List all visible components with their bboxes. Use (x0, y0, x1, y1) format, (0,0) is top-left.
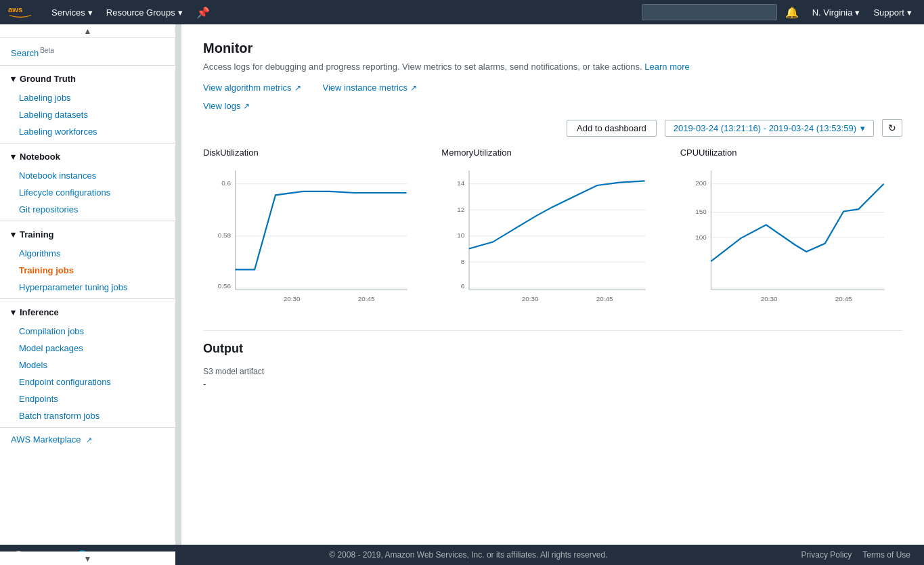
pin-nav[interactable]: 📌 (190, 0, 217, 24)
sidebar-item-algorithms[interactable]: Algorithms (0, 245, 175, 262)
date-range-label: 2019-03-24 (13:21:16) - 2019-03-24 (13:5… (674, 123, 856, 133)
training-section[interactable]: ▾ Training (0, 224, 175, 245)
svg-text:0.6: 0.6 (221, 179, 231, 187)
svg-text:20:45: 20:45 (596, 295, 613, 302)
privacy-link[interactable]: Privacy Policy (801, 550, 852, 560)
algorithms-label: Algorithms (19, 248, 60, 258)
main-content: Monitor Access logs for debugging and pr… (181, 24, 924, 565)
aws-logo[interactable]: aws (7, 3, 34, 21)
account-menu[interactable]: N. Virginia ▾ (807, 7, 866, 18)
sidebar-item-training-jobs[interactable]: Training jobs (0, 262, 175, 279)
sidebar-item-models[interactable]: Models (0, 357, 175, 374)
sidebar-item-git-repositories[interactable]: Git repositories (0, 201, 175, 218)
monitor-description: Access logs for debugging and progress r… (203, 62, 902, 72)
s3-artifact-label: S3 model artifact (203, 367, 902, 376)
search-label: Search (11, 48, 39, 58)
sidebar-scroll-up-button[interactable]: ▲ (0, 24, 175, 38)
services-chevron-icon: ▾ (88, 7, 93, 18)
date-range-chevron-icon: ▾ (860, 123, 865, 133)
global-search-input[interactable] (642, 4, 777, 20)
footer-right: Privacy Policy Terms of Use (801, 550, 910, 560)
refresh-button[interactable]: ↻ (882, 119, 902, 137)
sidebar-item-batch-transform-jobs[interactable]: Batch transform jobs (0, 407, 175, 424)
view-instance-metrics-link[interactable]: View instance metrics ↗ (323, 83, 417, 93)
sidebar-item-endpoint-configurations[interactable]: Endpoint configurations (0, 374, 175, 390)
svg-text:0.56: 0.56 (218, 282, 232, 290)
compilation-jobs-label: Compilation jobs (19, 326, 84, 336)
sidebar-item-hyperparameter-tuning-jobs[interactable]: Hyperparameter tuning jobs (0, 279, 175, 296)
notebook-instances-label: Notebook instances (19, 171, 96, 181)
terms-link[interactable]: Terms of Use (862, 550, 910, 560)
resource-groups-nav[interactable]: Resource Groups ▾ (100, 0, 190, 24)
svg-text:6: 6 (461, 282, 465, 290)
batch-transform-jobs-label: Batch transform jobs (19, 411, 100, 421)
right-nav: 🔔 N. Virginia ▾ Support ▾ (642, 4, 917, 20)
sidebar-divider-5 (0, 427, 175, 428)
algorithm-metrics-ext-icon: ↗ (294, 83, 301, 93)
view-algorithm-metrics-link[interactable]: View algorithm metrics ↗ (203, 83, 301, 93)
notifications-bell-icon[interactable]: 🔔 (780, 6, 804, 19)
logs-ext-icon: ↗ (243, 101, 250, 111)
view-logs-link[interactable]: View logs ↗ (203, 101, 250, 111)
disk-chart-label: DiskUtilization (203, 148, 425, 158)
charts-grid: DiskUtilization 0.6 0.58 0.56 (203, 148, 902, 314)
sidebar-resize-handle[interactable] (176, 24, 181, 565)
sidebar-scroll: ▲ Dashboard SearchBeta ▾ Ground Truth La… (0, 24, 175, 476)
sidebar-item-labeling-workforces[interactable]: Labeling workforces (0, 123, 175, 140)
top-nav: aws Services ▾ Resource Groups ▾ 📌 🔔 N. … (0, 0, 924, 24)
beta-badge: Beta (40, 47, 54, 54)
aws-marketplace-label: AWS Marketplace (11, 434, 81, 445)
support-chevron-icon: ▾ (907, 7, 912, 18)
support-menu[interactable]: Support ▾ (868, 7, 917, 18)
ground-truth-section[interactable]: ▾ Ground Truth (0, 68, 175, 89)
learn-more-link[interactable]: Learn more (644, 62, 689, 72)
svg-text:20:30: 20:30 (522, 295, 539, 302)
sidebar-item-endpoints[interactable]: Endpoints (0, 390, 175, 407)
labeling-datasets-label: Labeling datasets (19, 110, 88, 120)
cpu-utilization-chart: CPUUtilization 200 150 100 (680, 148, 902, 314)
hyperparameter-tuning-label: Hyperparameter tuning jobs (19, 282, 127, 292)
cpu-chart-svg: 200 150 100 20:30 20:4 (680, 163, 902, 312)
sidebar-item-notebook-instances[interactable]: Notebook instances (0, 167, 175, 184)
git-repositories-label: Git repositories (19, 204, 78, 214)
monitor-links-2: View logs ↗ (203, 101, 902, 111)
svg-text:10: 10 (458, 231, 466, 239)
inference-section[interactable]: ▾ Inference (0, 302, 175, 323)
sidebar-divider-1 (0, 65, 175, 66)
services-nav[interactable]: Services ▾ (45, 0, 100, 24)
svg-text:0.58: 0.58 (218, 231, 232, 239)
view-algorithm-metrics-label: View algorithm metrics (203, 83, 292, 93)
sidebar-item-compilation-jobs[interactable]: Compilation jobs (0, 323, 175, 340)
sidebar: ▲ Dashboard SearchBeta ▾ Ground Truth La… (0, 24, 176, 565)
notebook-section[interactable]: ▾ Notebook (0, 146, 175, 167)
content-inner: Monitor Access logs for debugging and pr… (181, 24, 924, 405)
memory-chart-svg: 14 12 10 8 6 (441, 163, 663, 312)
disk-chart-svg: 0.6 0.58 0.56 (203, 163, 425, 312)
resource-groups-chevron-icon: ▾ (178, 7, 183, 18)
lifecycle-configurations-label: Lifecycle configurations (19, 187, 110, 198)
sidebar-item-model-packages[interactable]: Model packages (0, 340, 175, 357)
output-title: Output (203, 342, 902, 356)
aws-marketplace-ext-icon: ↗ (86, 436, 92, 444)
sidebar-scroll-down-button[interactable]: ▼ (0, 551, 175, 565)
date-range-button[interactable]: 2019-03-24 (13:21:16) - 2019-03-24 (13:5… (665, 120, 874, 137)
sidebar-item-lifecycle-configurations[interactable]: Lifecycle configurations (0, 184, 175, 201)
models-label: Models (19, 360, 47, 370)
svg-text:14: 14 (458, 179, 466, 187)
model-packages-label: Model packages (19, 343, 83, 353)
monitor-links: View algorithm metrics ↗ View instance m… (203, 83, 902, 93)
sidebar-item-aws-marketplace[interactable]: AWS Marketplace ↗ (0, 430, 175, 449)
svg-text:12: 12 (458, 206, 465, 213)
add-to-dashboard-label: Add to dashboard (577, 123, 646, 133)
svg-text:8: 8 (461, 258, 465, 265)
sidebar-divider-2 (0, 143, 175, 143)
sidebar-item-labeling-jobs[interactable]: Labeling jobs (0, 89, 175, 106)
inference-arrow-icon: ▾ (11, 307, 16, 317)
sidebar-item-labeling-datasets[interactable]: Labeling datasets (0, 106, 175, 123)
sidebar-item-search[interactable]: SearchBeta (0, 43, 175, 62)
inference-label: Inference (20, 307, 59, 317)
endpoints-label: Endpoints (19, 394, 58, 404)
memory-chart-label: MemoryUtilization (441, 148, 663, 158)
sidebar-divider-4 (0, 298, 175, 299)
add-to-dashboard-button[interactable]: Add to dashboard (567, 120, 657, 137)
